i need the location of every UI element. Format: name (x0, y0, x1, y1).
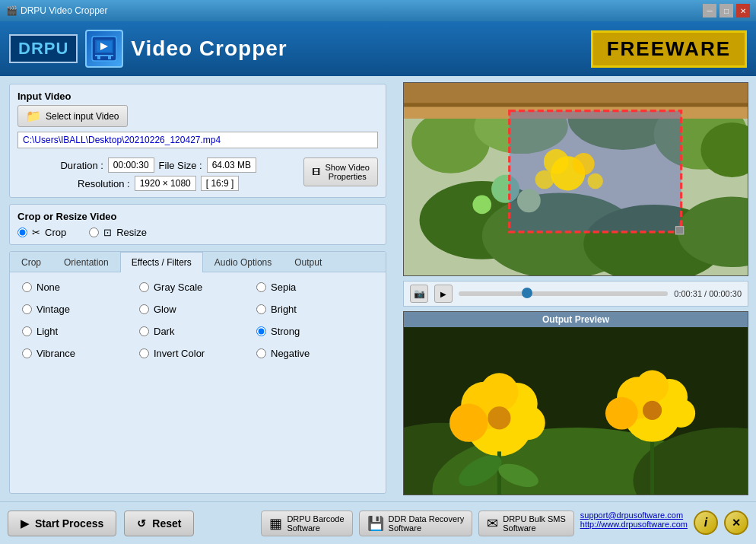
effect-sepia[interactable]: Sepia (256, 282, 373, 293)
maximize-button[interactable]: □ (719, 4, 733, 17)
input-video-section: Input Video 📁 Select input Video Duratio… (9, 84, 386, 198)
svg-point-26 (544, 149, 569, 174)
screenshot-button[interactable]: 📷 (410, 285, 428, 303)
right-panel: 📷 ▶ 0:00:31 / 00:00:30 Output Preview (395, 76, 756, 501)
bulk-sms-button[interactable]: ✉ DRPU Bulk SMSSoftware (478, 511, 574, 536)
start-icon: ▶ (21, 517, 29, 530)
duration-label: Duration : (60, 160, 103, 171)
tabs-bar: Crop Orientation Effects / Filters Audio… (10, 252, 386, 272)
reset-icon: ↺ (137, 517, 146, 530)
main-content: Input Video 📁 Select input Video Duratio… (0, 76, 756, 501)
playback-bar: 📷 ▶ 0:00:31 / 00:00:30 (403, 281, 748, 307)
close-button[interactable]: ✕ (736, 4, 750, 17)
info-button[interactable]: i (694, 511, 718, 535)
effect-negative[interactable]: Negative (256, 348, 373, 359)
resize-radio-label: Resize (116, 227, 147, 238)
svg-point-37 (449, 404, 488, 442)
effect-bright[interactable]: Bright (256, 304, 373, 315)
crop-radio-label: Crop (45, 227, 66, 238)
recovery-icon: 💾 (367, 515, 384, 532)
tab-audio-options[interactable]: Audio Options (203, 252, 283, 272)
left-panel: Input Video 📁 Select input Video Duratio… (0, 76, 395, 501)
data-recovery-button[interactable]: 💾 DDR Data RecoverySoftware (359, 511, 473, 536)
window-icon: 🎬 (6, 5, 17, 16)
svg-rect-4 (95, 55, 113, 56)
input-video-label: Input Video (17, 91, 378, 102)
minimize-button[interactable]: ─ (703, 4, 716, 17)
resize-icon: ⊡ (103, 227, 112, 238)
effects-grid: None Gray Scale Sepia Vintage Glow (22, 282, 373, 359)
svg-point-46 (636, 371, 669, 403)
effect-light[interactable]: Light (22, 326, 139, 337)
video-preview (403, 82, 748, 276)
app-icon (85, 30, 123, 68)
barcode-software-button[interactable]: ▦ DRPU BarcodeSoftware (261, 511, 352, 536)
output-preview-label: Output Preview (404, 312, 748, 327)
email-link[interactable]: support@drpusoftware.com (580, 511, 688, 520)
show-video-properties-button[interactable]: 🎞 Show Video Properties (303, 157, 378, 186)
video-frame-svg (404, 83, 748, 275)
svg-rect-23 (510, 111, 681, 232)
filesize-label: File Size : (159, 160, 202, 171)
crop-resize-label: Crop or Resize Video (17, 211, 378, 222)
tabs-section: Crop Orientation Effects / Filters Audio… (9, 251, 386, 494)
svg-point-27 (573, 153, 595, 175)
sms-icon: ✉ (487, 515, 498, 532)
aspect-ratio-value: [ 16:9 ] (201, 176, 240, 191)
svg-point-39 (480, 373, 518, 411)
seek-handle[interactable] (522, 288, 532, 298)
effects-tab-content: None Gray Scale Sepia Vintage Glow (10, 272, 386, 368)
effect-glow[interactable]: Glow (139, 304, 256, 315)
select-input-video-button[interactable]: 📁 Select input Video (17, 105, 128, 127)
svg-rect-5 (97, 56, 100, 59)
bottom-bar: ▶ Start Process ↺ Reset ▦ DRPU BarcodeSo… (0, 501, 756, 544)
effect-vibrance[interactable]: Vibrance (22, 348, 139, 359)
output-preview-svg (404, 327, 748, 495)
crop-resize-section: Crop or Resize Video ✂ Crop ⊡ Resize (9, 204, 386, 245)
effect-invert[interactable]: Invert Color (139, 348, 256, 359)
time-display: 0:00:31 / 00:00:30 (674, 289, 742, 298)
video-background (404, 83, 748, 275)
crop-icon: ✂ (32, 227, 40, 238)
seek-bar[interactable] (459, 291, 668, 296)
svg-point-29 (587, 173, 603, 189)
file-path-input[interactable] (17, 132, 378, 148)
website-link[interactable]: http://www.drpusoftware.com (580, 520, 688, 529)
resize-radio[interactable] (89, 227, 99, 237)
filesize-value: 64.03 MB (207, 157, 256, 173)
svg-rect-24 (675, 227, 683, 234)
app-header: DRPU Video Cropper FREEWARE (0, 21, 756, 76)
crop-radio-item[interactable]: ✂ Crop (17, 227, 66, 238)
tab-orientation[interactable]: Orientation (52, 252, 120, 272)
reset-button[interactable]: ↺ Reset (124, 511, 194, 536)
window-title: DRPU Video Cropper (21, 5, 108, 16)
effect-strong[interactable]: Strong (256, 326, 373, 337)
play-button[interactable]: ▶ (434, 285, 453, 303)
effect-vintage[interactable]: Vintage (22, 304, 139, 315)
folder-icon: 📁 (26, 109, 41, 123)
svg-rect-6 (108, 56, 111, 59)
tab-effects-filters[interactable]: Effects / Filters (120, 252, 203, 272)
tab-output[interactable]: Output (283, 252, 333, 272)
svg-point-44 (605, 397, 638, 430)
footer-links: ▦ DRPU BarcodeSoftware 💾 DDR Data Recove… (261, 511, 748, 536)
resize-radio-item[interactable]: ⊡ Resize (89, 227, 147, 238)
start-process-button[interactable]: ▶ Start Process (8, 511, 116, 536)
crop-resize-radio-group: ✂ Crop ⊡ Resize (17, 227, 378, 238)
footer-close-button[interactable]: ✕ (724, 511, 748, 535)
svg-point-38 (511, 406, 545, 440)
effect-none[interactable]: None (22, 282, 139, 293)
resolution-value: 1920 × 1080 (135, 176, 196, 191)
effect-grayscale[interactable]: Gray Scale (139, 282, 256, 293)
svg-point-47 (643, 401, 662, 420)
resolution-label: Resolution : (78, 178, 130, 189)
svg-point-40 (488, 406, 510, 429)
properties-icon: 🎞 (312, 167, 320, 177)
contact-info: support@drpusoftware.com http://www.drpu… (580, 511, 688, 536)
tab-crop[interactable]: Crop (10, 252, 52, 272)
crop-radio[interactable] (17, 227, 27, 237)
effect-dark[interactable]: Dark (139, 326, 256, 337)
svg-point-45 (666, 399, 695, 428)
barcode-icon: ▦ (269, 515, 282, 532)
freeware-badge: FREEWARE (591, 30, 747, 68)
